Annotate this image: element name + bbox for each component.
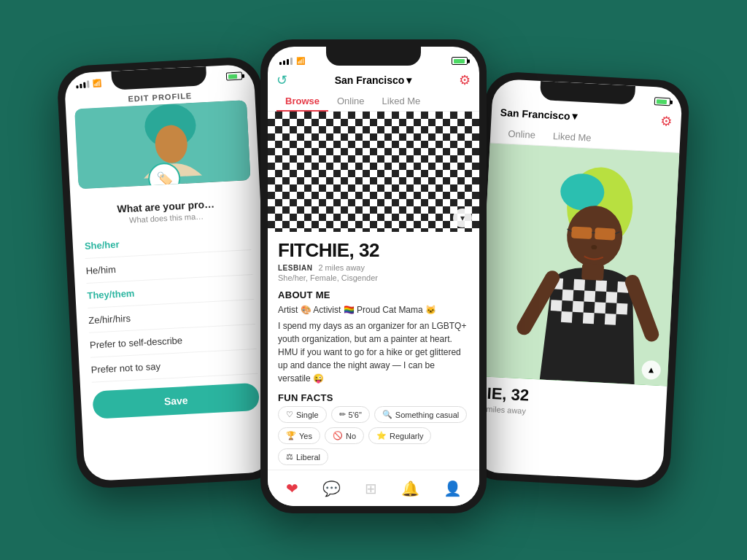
right-battery [654, 97, 671, 106]
tab-liked-me[interactable]: Liked Me [374, 91, 430, 111]
right-tab-online[interactable]: Online [499, 123, 545, 145]
orientation-badge: LESBIAN [278, 264, 312, 272]
c-signal-4 [290, 58, 293, 65]
svg-rect-27 [581, 263, 604, 281]
right-battery-icon [654, 97, 671, 106]
svg-rect-21 [573, 301, 584, 313]
right-phone: San Francisco ▾ ⚙ Online Liked Me [465, 71, 691, 489]
location-text: San Francisco [335, 74, 405, 86]
svg-rect-14 [573, 279, 585, 291]
right-profile-photo[interactable]: ▲ [478, 143, 679, 386]
photo-chevron[interactable]: ▾ [453, 209, 472, 228]
right-phone-screen: San Francisco ▾ ⚙ Online Liked Me [473, 79, 683, 482]
c-signal-3 [287, 59, 289, 65]
filter-button[interactable]: ⚙ [459, 72, 471, 88]
center-phone: 📶 ↺ San Francisco ▾ ⚙ Browse [260, 39, 487, 513]
tab-online[interactable]: Online [328, 91, 374, 111]
chip-yes-label: Yes [299, 432, 312, 440]
svg-rect-23 [616, 303, 628, 315]
svg-rect-19 [605, 292, 617, 303]
left-phone: 📶 EDIT PROFILE [56, 56, 282, 489]
save-button[interactable]: Save [92, 383, 260, 419]
location-selector[interactable]: San Francisco ▾ [335, 74, 412, 86]
profile-photo-center[interactable]: ▾ [268, 112, 479, 232]
chip-height: ✏ 5'6" [331, 406, 370, 423]
svg-rect-26 [605, 314, 616, 325]
profile-meta: She/her, Female, Cisgender [278, 273, 469, 282]
signal-bar-2 [80, 84, 82, 88]
right-tab-liked-me[interactable]: Liked Me [543, 125, 600, 148]
fun-facts-title: FUN FACTS [278, 392, 469, 403]
chip-regularly: ⭐ Regularly [368, 427, 431, 444]
svg-rect-17 [562, 289, 574, 301]
center-battery-fill [454, 59, 465, 63]
distance: 2 miles away [318, 263, 365, 272]
center-signal: 📶 [279, 57, 305, 65]
person-svg [478, 143, 679, 386]
chip-no-label: No [346, 432, 356, 440]
right-location-selector[interactable]: San Francisco ▾ [500, 106, 577, 122]
about-title: ABOUT ME [278, 289, 469, 300]
battery-icon [226, 71, 243, 80]
tab-browse[interactable]: Browse [276, 91, 328, 111]
center-battery-icon [452, 57, 468, 65]
chip-single-label: Single [296, 411, 319, 419]
profile-name: FITCHIE, 32 [278, 239, 469, 262]
app-header: ↺ San Francisco ▾ ⚙ [268, 68, 479, 91]
fun-facts-chips: ♡ Single ✏ 5'6" 🔍 Something casual 🏆 Yes [278, 406, 469, 465]
nav-bell[interactable]: 🔔 [401, 480, 419, 497]
nav-heart[interactable]: ❤ [286, 480, 298, 497]
phones-container: 📶 EDIT PROFILE [45, 25, 702, 535]
profile-content: FITCHIE, 32 LESBIAN 2 miles away She/her… [268, 232, 479, 472]
left-battery [226, 71, 243, 80]
chip-liberal-icon: ⚖ [286, 452, 293, 462]
about-text: I spend my days as an organizer for an L… [278, 319, 469, 385]
c-signal-1 [279, 62, 282, 65]
chip-yes-icon: 🏆 [286, 431, 296, 440]
left-phone-screen: 📶 EDIT PROFILE [64, 64, 275, 482]
back-button[interactable]: ↺ [276, 72, 287, 88]
battery-fill [228, 74, 237, 79]
chip-liberal: ⚖ Liberal [278, 448, 328, 465]
left-signal: 📶 [76, 79, 102, 89]
center-phone-notch [326, 47, 421, 66]
pronoun-list: She/her He/him They/them Ze/hir/hirs Pre… [72, 225, 269, 383]
profile-question: What are your pro… What does this ma… [71, 195, 261, 228]
chip-casual-icon: 🔍 [382, 410, 392, 419]
location-arrow: ▾ [406, 74, 411, 86]
chip-no-icon: 🚫 [333, 431, 343, 440]
c-signal-2 [283, 61, 285, 65]
wifi-icon: 📶 [93, 79, 102, 88]
right-location-text: San Francisco [500, 106, 570, 122]
signal-bar-3 [83, 82, 85, 88]
right-battery-fill [656, 99, 667, 104]
svg-rect-8 [595, 228, 616, 240]
nav-chat[interactable]: 💬 [322, 480, 341, 497]
about-emoji-line: Artist 🎨 Activist 🏳️‍🌈 Proud Cat Mama 🐱 [278, 303, 469, 316]
svg-rect-22 [595, 302, 606, 314]
svg-rect-20 [551, 300, 562, 311]
right-filter-button[interactable]: ⚙ [660, 113, 673, 130]
profile-image-area: 🏷️ [74, 100, 250, 189]
center-phone-screen: 📶 ↺ San Francisco ▾ ⚙ Browse [268, 47, 479, 506]
center-wifi-icon: 📶 [296, 57, 305, 65]
nav-profile[interactable]: 👤 [444, 480, 462, 497]
right-location-arrow: ▾ [572, 110, 578, 122]
signal-bar-4 [87, 80, 90, 88]
bottom-nav: ❤ 💬 ⊞ 🔔 👤 [268, 470, 479, 506]
chip-regularly-label: Regularly [390, 432, 423, 440]
chip-height-icon: ✏ [339, 410, 346, 419]
chip-height-label: 5'6" [349, 411, 362, 419]
svg-rect-25 [583, 312, 595, 324]
chip-yes: 🏆 Yes [278, 427, 320, 444]
chip-liberal-label: Liberal [296, 453, 320, 462]
svg-rect-24 [561, 311, 573, 323]
svg-rect-15 [595, 280, 607, 292]
chip-single-icon: ♡ [286, 410, 293, 419]
chip-single: ♡ Single [278, 406, 327, 423]
signal-bar-1 [76, 85, 78, 88]
badge-emoji: 🏷️ [156, 171, 173, 187]
center-battery [452, 57, 468, 65]
nav-grid[interactable]: ⊞ [365, 480, 377, 497]
svg-rect-7 [571, 226, 592, 238]
